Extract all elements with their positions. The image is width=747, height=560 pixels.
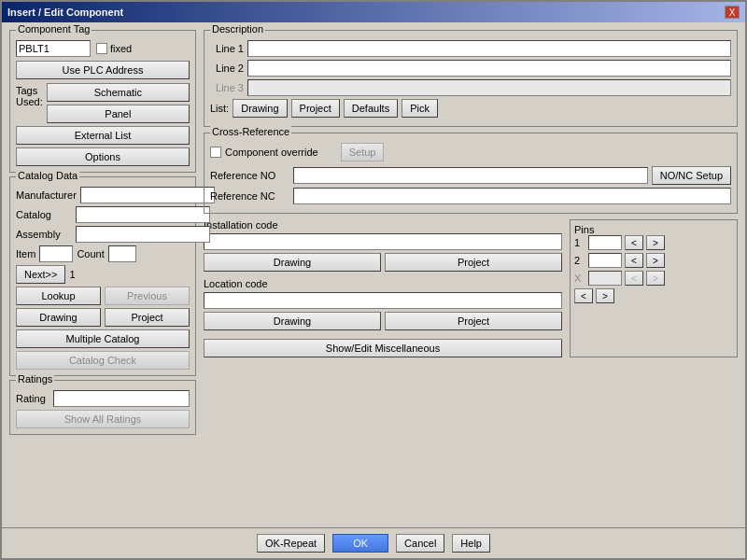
reference-no-label: Reference NO [210,170,289,181]
desc-drawing-button[interactable]: Drawing [233,99,287,118]
assembly-input[interactable] [76,226,210,243]
schematic-button[interactable]: Schematic [47,83,190,102]
component-tag-input[interactable] [16,40,91,57]
pin2-lt-button[interactable]: < [625,253,643,268]
component-override-checkbox[interactable] [210,147,221,158]
installation-code-label: Installation code [204,219,562,231]
pinx-input[interactable] [588,271,622,286]
pins-nav-row: < > [574,288,733,303]
installation-code-input[interactable] [204,233,562,250]
no-nc-setup-button[interactable]: NO/NC Setup [652,166,731,185]
install-loc-section: Installation code Drawing Project Locati… [204,219,738,357]
lookup-previous-row: Lookup Previous [16,287,190,305]
line3-row: Line 3 [210,79,731,96]
assembly-label: Assembly [16,229,61,240]
pins-nav-lt-button[interactable]: < [574,288,593,303]
cross-ref-label: Cross-Reference [210,126,291,137]
catalog-drawing-button[interactable]: Drawing [16,308,101,327]
count-input[interactable] [108,245,136,262]
ratings-label: Ratings [16,373,54,385]
fixed-checkbox-container: fixed [96,43,132,54]
line1-input[interactable] [247,40,731,57]
ok-repeat-button[interactable]: OK-Repeat [257,534,325,553]
catalog-project-button[interactable]: Project [105,308,190,327]
loc-btns: Drawing Project [204,312,562,330]
window-title: Insert / Edit Component [7,7,123,18]
assembly-row: Assembly [16,226,190,243]
setup-button[interactable]: Setup [341,143,385,161]
line2-row: Line 2 [210,60,731,77]
pinx-row: X < > [574,271,733,286]
install-drawing-button[interactable]: Drawing [204,253,381,272]
lookup-button[interactable]: Lookup [16,287,101,305]
pins-label: Pins [574,224,594,235]
help-button[interactable]: Help [452,534,490,553]
line2-input[interactable] [247,60,731,77]
catalog-input[interactable] [76,206,210,223]
location-code-label: Location code [204,278,562,289]
pinx-lt-button[interactable]: < [625,271,643,286]
install-project-button[interactable]: Project [385,253,562,272]
pins-group: Pins 1 < > 2 < > X [570,219,738,357]
list-row: List: Drawing Project Defaults Pick [210,99,731,118]
pins-nav-gt-button[interactable]: > [596,288,614,303]
component-override-row: Component override Setup [210,143,731,161]
count-label: Count [77,248,104,259]
tags-section: TagsUsed: Schematic Panel [16,83,190,123]
reference-no-row: Reference NO NO/NC Setup [210,166,731,185]
item-input[interactable] [39,245,73,262]
options-button[interactable]: Options [16,147,190,166]
rating-row: Rating [16,390,190,407]
location-code-input[interactable] [204,292,562,309]
pin1-lt-button[interactable]: < [625,235,643,250]
item-label: Item [16,248,35,259]
description-group: Description Line 1 Line 2 Line 3 List: D… [204,30,738,127]
install-box: Installation code Drawing Project Locati… [204,219,562,357]
line1-label: Line 1 [210,43,244,54]
pinx-label: X [574,273,585,284]
panel-button[interactable]: Panel [47,105,190,123]
fixed-label: fixed [110,43,132,54]
pin1-input[interactable] [588,235,622,250]
main-window: Insert / Edit Component X Component Tag … [0,0,747,560]
next-button[interactable]: Next>> [16,265,65,284]
component-tag-group: Component Tag fixed Use PLC Address Tags… [9,30,196,173]
external-list-button[interactable]: External List [16,126,190,145]
previous-button[interactable]: Previous [105,287,190,305]
bottom-bar: OK-Repeat OK Cancel Help [2,527,745,558]
left-panel: Component Tag fixed Use PLC Address Tags… [9,30,196,520]
show-misc-button[interactable]: Show/Edit Miscellaneous [204,339,562,357]
reference-nc-label: Reference NC [210,190,289,202]
use-plc-address-button[interactable]: Use PLC Address [16,61,190,79]
pinx-gt-button[interactable]: > [646,271,665,286]
catalog-row: Catalog [16,206,190,223]
line3-input[interactable] [247,79,731,96]
rating-label: Rating [16,393,46,404]
close-button[interactable]: X [725,6,740,19]
rating-input[interactable] [53,390,190,407]
desc-project-button[interactable]: Project [291,99,340,118]
loc-drawing-button[interactable]: Drawing [204,312,381,330]
pin1-label: 1 [574,237,585,248]
defaults-button[interactable]: Defaults [344,99,398,118]
cancel-button[interactable]: Cancel [396,534,444,553]
fixed-checkbox[interactable] [96,43,107,54]
catalog-data-label: Catalog Data [16,170,79,181]
window-content: Component Tag fixed Use PLC Address Tags… [2,22,745,527]
catalog-check-button[interactable]: Catalog Check [16,351,190,370]
pin2-gt-button[interactable]: > [646,253,665,268]
location-code-group: Location code Drawing Project [204,278,562,330]
pin1-gt-button[interactable]: > [646,235,665,250]
description-label: Description [210,23,265,35]
loc-project-button[interactable]: Project [385,312,562,330]
reference-no-input[interactable] [293,167,648,184]
manufacturer-input[interactable] [80,187,215,203]
reference-nc-input[interactable] [293,188,731,204]
multiple-catalog-button[interactable]: Multiple Catalog [16,329,190,348]
ok-button[interactable]: OK [332,534,388,553]
show-all-ratings-button[interactable]: Show All Ratings [16,410,190,428]
pick-button[interactable]: Pick [402,99,438,118]
pin2-input[interactable] [588,253,622,268]
cross-reference-group: Cross-Reference Component override Setup… [204,133,738,214]
pin1-row: 1 < > [574,235,733,250]
